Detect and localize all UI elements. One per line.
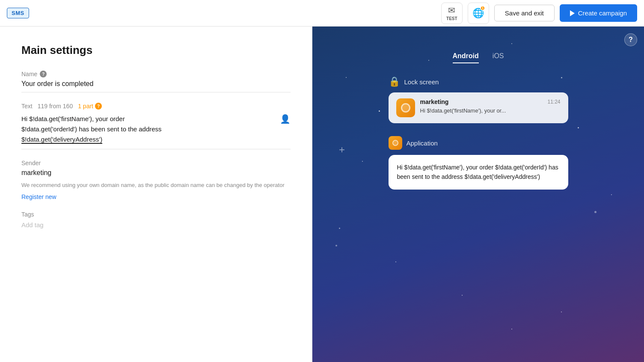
create-campaign-label: Create campaign <box>578 9 627 17</box>
notification-badge: 1 <box>480 6 485 11</box>
sms-badge: SMS <box>7 8 29 18</box>
app-icon-small <box>389 136 402 150</box>
save-exit-button[interactable]: Save and exit <box>494 5 555 21</box>
right-panel: + ? Android iOS 🔒 Lock screen marketing … <box>312 27 644 362</box>
text-line-1: Hi $!data.get('firstName'), your order <box>21 114 278 124</box>
text-line-3: $!data.get('deliveryAddress') <box>21 134 278 145</box>
sender-label: Sender <box>21 160 291 166</box>
main-content: Main settings Name ? Your order is compl… <box>0 27 644 362</box>
register-link[interactable]: Register new <box>21 193 56 200</box>
lock-screen-label: 🔒 Lock screen <box>389 76 568 87</box>
app-icon-small-inner <box>392 140 398 146</box>
text-part: 1 part ? <box>78 103 102 110</box>
notif-time: 11:24 <box>547 99 560 105</box>
notif-app-name: marketing <box>420 98 449 105</box>
left-panel: Main settings Name ? Your order is compl… <box>0 27 312 362</box>
section-title: Main settings <box>21 44 291 57</box>
name-value: Your order is completed <box>21 80 291 92</box>
dot-decoration-1 <box>594 211 597 213</box>
lock-screen-notification: marketing 11:24 Hi $!data.get('firstName… <box>389 92 568 123</box>
sender-section: Sender marketing We recommend using your… <box>21 160 291 201</box>
text-part-help-icon[interactable]: ? <box>95 103 102 110</box>
test-button[interactable]: ✉ TEST <box>441 3 463 24</box>
text-content[interactable]: Hi $!data.get('firstName'), your order $… <box>21 114 291 149</box>
dot-decoration-2 <box>335 245 337 246</box>
application-text: Application <box>407 139 438 147</box>
app-icon-lock <box>396 98 415 117</box>
text-field-header: Text 119 from 160 1 part ? <box>21 103 291 110</box>
text-count: 119 from 160 <box>38 103 73 110</box>
envelope-icon: ✉ <box>448 5 455 15</box>
tags-label: Tags <box>21 211 291 218</box>
notif-preview-text: Hi $!data.get('firstName'), your or... <box>420 107 561 115</box>
notif-content-lock: marketing 11:24 Hi $!data.get('firstName… <box>420 98 561 115</box>
create-campaign-button[interactable]: Create campaign <box>560 4 637 22</box>
text-line-2: $!data.get('orderId') has been sent to t… <box>21 124 278 134</box>
text-label: Text <box>21 103 33 110</box>
message-bubble: Hi $!data.get('firstName'), your order $… <box>389 155 568 190</box>
person-icon[interactable]: 👤 <box>280 114 291 124</box>
sender-note: We recommend using your own domain name,… <box>21 181 291 190</box>
globe-button[interactable]: 🌐 1 <box>468 3 489 24</box>
name-label: Name ? <box>21 71 291 77</box>
tab-ios[interactable]: iOS <box>493 52 504 63</box>
text-area-wrapper: Hi $!data.get('firstName'), your order $… <box>21 114 291 149</box>
test-label: TEST <box>446 16 457 21</box>
preview-tabs: Android iOS <box>312 27 644 63</box>
notif-header: marketing 11:24 <box>420 98 561 105</box>
plus-decoration-1: + <box>339 144 345 156</box>
app-icon-inner <box>401 103 410 113</box>
add-tag[interactable]: Add tag <box>21 221 291 228</box>
sender-value: marketing <box>21 169 291 177</box>
lock-icon: 🔒 <box>389 76 400 87</box>
help-button[interactable]: ? <box>624 33 637 46</box>
play-icon <box>570 10 575 16</box>
application-label: Application <box>389 136 568 150</box>
header: SMS ✉ TEST 🌐 1 Save and exit Create camp… <box>0 0 644 27</box>
tags-section: Tags Add tag <box>21 211 291 228</box>
tab-android[interactable]: Android <box>453 52 479 63</box>
name-help-icon[interactable]: ? <box>40 71 47 77</box>
